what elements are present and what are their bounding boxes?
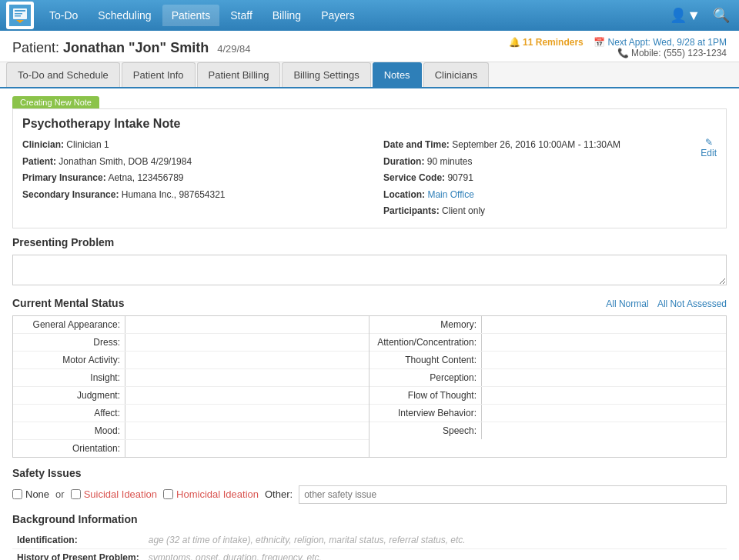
tab-patient-info[interactable]: Patient Info xyxy=(122,62,196,87)
other-safety-input[interactable] xyxy=(299,485,727,504)
next-appointment[interactable]: Next Appt: Wed, 9/28 at 1PM xyxy=(607,37,727,48)
ms-motor-input[interactable] xyxy=(125,352,369,368)
ms-perception: Perception: xyxy=(370,369,726,387)
phone-icon: 📞 xyxy=(617,48,629,58)
suicidal-checkbox-label[interactable]: Suicidal Ideation xyxy=(71,488,157,500)
nav-patients[interactable]: Patients xyxy=(162,5,220,26)
all-normal-link[interactable]: All Normal xyxy=(606,298,648,309)
bg-identification-value[interactable]: age (32 at time of intake), ethnicity, r… xyxy=(144,532,727,549)
date-time-value: September 26, 2016 10:00AM - 11:30AM xyxy=(452,139,620,150)
ms-insight-input[interactable] xyxy=(125,369,369,386)
ms-dress-input[interactable] xyxy=(125,334,369,351)
reminders-count[interactable]: 11 Reminders xyxy=(523,37,584,48)
nav-staff[interactable]: Staff xyxy=(221,5,262,26)
none-label: None xyxy=(25,488,49,500)
background-title: Background Information xyxy=(12,513,727,527)
svg-rect-2 xyxy=(15,13,22,15)
ms-affect: Affect: xyxy=(13,405,369,422)
patient-label: Patient: xyxy=(12,40,59,55)
tab-notes[interactable]: Notes xyxy=(373,62,422,87)
edit-note-button[interactable]: ✎Edit xyxy=(701,137,717,158)
participants-value: Client only xyxy=(442,205,485,216)
tab-patient-billing[interactable]: Patient Billing xyxy=(197,62,281,87)
patient-meta: 🔔 11 Reminders 📅 Next Appt: Wed, 9/28 at… xyxy=(509,37,727,58)
location-label: Location: xyxy=(383,189,425,200)
ms-orientation: Orientation: xyxy=(13,440,369,457)
svg-rect-3 xyxy=(15,15,21,17)
ms-judgment: Judgment: xyxy=(13,387,369,405)
ms-mood: Mood: xyxy=(13,422,369,440)
safety-issues-title: Safety Issues xyxy=(12,467,727,481)
date-time-label: Date and Time: xyxy=(383,139,450,150)
nav-items: To-Do Scheduling Patients Staff Billing … xyxy=(40,5,667,26)
homicidal-checkbox[interactable] xyxy=(163,489,173,499)
ms-flow-thought-input[interactable] xyxy=(481,387,726,404)
background-table: Identification: age (32 at time of intak… xyxy=(12,532,727,560)
ms-memory-input[interactable] xyxy=(481,316,726,333)
ms-thought-content-input[interactable] xyxy=(481,352,726,368)
ms-insight: Insight: xyxy=(13,369,369,387)
main-content: Creating New Note Psychotherapy Intake N… xyxy=(0,88,739,560)
primary-insurance-value: Aetna, 123456789 xyxy=(108,172,183,183)
nav-scheduling[interactable]: Scheduling xyxy=(89,5,160,26)
mental-status-header: Current Mental Status All Normal All Not… xyxy=(12,297,727,311)
patient-info-label: Patient: xyxy=(22,156,56,167)
ms-speech: Speech: xyxy=(370,422,726,439)
ms-memory: Memory: xyxy=(370,316,726,334)
bg-history-present-value[interactable]: symptoms, onset, duration, frequency, et… xyxy=(144,548,727,560)
tab-billing-settings[interactable]: Billing Settings xyxy=(282,62,370,87)
suicidal-label: Suicidal Ideation xyxy=(84,488,157,500)
ms-judgment-input[interactable] xyxy=(125,387,369,404)
homicidal-checkbox-label[interactable]: Homicidal Ideation xyxy=(163,488,259,500)
user-menu-button[interactable]: 👤▼ xyxy=(667,4,704,27)
note-title: Psychotherapy Intake Note xyxy=(22,117,717,131)
ms-perception-input[interactable] xyxy=(481,369,726,386)
svg-marker-4 xyxy=(16,20,24,23)
note-meta-left: Clinician: Clinician 1 Patient: Jonathan… xyxy=(22,137,370,203)
tab-clinicians[interactable]: Clinicians xyxy=(423,62,490,87)
app-logo[interactable] xyxy=(6,2,34,29)
location-value: Main Office xyxy=(427,189,473,200)
suicidal-checkbox[interactable] xyxy=(71,489,81,499)
ms-attention-input[interactable] xyxy=(481,334,726,351)
ms-thought-content: Thought Content: xyxy=(370,352,726,369)
ms-right-col: Memory: Attention/Concentration: Thought… xyxy=(370,316,726,457)
presenting-problem-input[interactable] xyxy=(12,255,727,285)
service-code-value: 90791 xyxy=(447,172,473,183)
nav-todo[interactable]: To-Do xyxy=(40,5,87,26)
none-checkbox[interactable] xyxy=(12,489,22,499)
mental-status-section: Current Mental Status All Normal All Not… xyxy=(12,297,727,458)
other-label: Other: xyxy=(265,488,293,500)
tab-todo-schedule[interactable]: To-Do and Schedule xyxy=(6,62,120,87)
bg-history-present-row: History of Present Problem: symptoms, on… xyxy=(12,548,727,560)
safety-issues-section: Safety Issues None or Suicidal Ideation … xyxy=(12,467,727,504)
ms-speech-input[interactable] xyxy=(481,422,726,439)
bg-identification-row: Identification: age (32 at time of intak… xyxy=(12,532,727,549)
presenting-problem-section: Presenting Problem xyxy=(12,236,727,288)
ms-mood-input[interactable] xyxy=(125,422,369,439)
duration-value: 90 minutes xyxy=(427,156,473,167)
bg-history-present-label: History of Present Problem: xyxy=(12,548,144,560)
ms-orientation-input[interactable] xyxy=(125,440,369,457)
nav-billing[interactable]: Billing xyxy=(263,5,310,26)
mental-status-grid: General Appearance: Dress: Motor Activit… xyxy=(12,315,727,458)
ms-general-appearance-input[interactable] xyxy=(125,316,369,333)
ms-affect-input[interactable] xyxy=(125,405,369,422)
none-checkbox-label[interactable]: None xyxy=(12,488,49,500)
patient-dob: 4/29/84 xyxy=(217,43,250,55)
nav-payers[interactable]: Payers xyxy=(312,5,364,26)
participants-label: Participants: xyxy=(383,205,440,216)
patient-tabs: To-Do and Schedule Patient Info Patient … xyxy=(0,62,739,88)
search-button[interactable]: 🔍 xyxy=(710,4,733,27)
ms-interview-input[interactable] xyxy=(481,405,726,422)
all-not-assessed-link[interactable]: All Not Assessed xyxy=(657,298,727,309)
nav-right-actions: 👤▼ 🔍 xyxy=(667,4,733,27)
ms-general-appearance: General Appearance: xyxy=(13,316,369,334)
ms-motor: Motor Activity: xyxy=(13,352,369,369)
primary-insurance-label: Primary Insurance: xyxy=(22,172,106,183)
creating-badge: Creating New Note xyxy=(12,96,99,108)
presenting-problem-title: Presenting Problem xyxy=(12,236,727,250)
safety-or: or xyxy=(55,488,65,500)
note-meta-right: ✎Edit Date and Time: September 26, 2016 … xyxy=(383,137,717,220)
patient-header: Patient: Jonathan "Jon" Smith 4/29/84 🔔 … xyxy=(0,31,739,62)
